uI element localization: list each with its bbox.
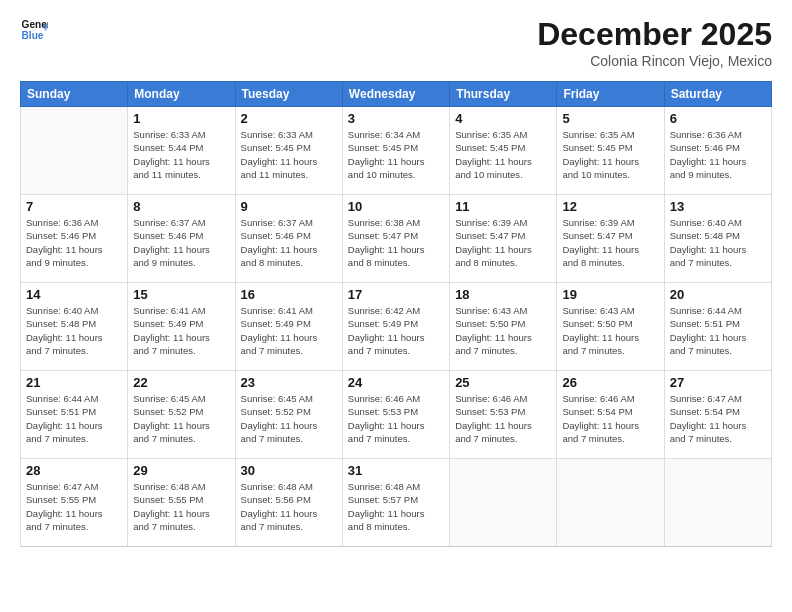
- table-row: [557, 459, 664, 547]
- day-info: Sunrise: 6:42 AM Sunset: 5:49 PM Dayligh…: [348, 304, 444, 357]
- day-info: Sunrise: 6:37 AM Sunset: 5:46 PM Dayligh…: [133, 216, 229, 269]
- table-row: 22Sunrise: 6:45 AM Sunset: 5:52 PM Dayli…: [128, 371, 235, 459]
- day-number: 22: [133, 375, 229, 390]
- table-row: 1Sunrise: 6:33 AM Sunset: 5:44 PM Daylig…: [128, 107, 235, 195]
- table-row: [21, 107, 128, 195]
- day-number: 23: [241, 375, 337, 390]
- day-info: Sunrise: 6:45 AM Sunset: 5:52 PM Dayligh…: [133, 392, 229, 445]
- col-sunday: Sunday: [21, 82, 128, 107]
- col-tuesday: Tuesday: [235, 82, 342, 107]
- day-info: Sunrise: 6:33 AM Sunset: 5:45 PM Dayligh…: [241, 128, 337, 181]
- day-number: 31: [348, 463, 444, 478]
- day-number: 4: [455, 111, 551, 126]
- day-info: Sunrise: 6:39 AM Sunset: 5:47 PM Dayligh…: [455, 216, 551, 269]
- day-info: Sunrise: 6:46 AM Sunset: 5:53 PM Dayligh…: [348, 392, 444, 445]
- day-number: 24: [348, 375, 444, 390]
- table-row: 17Sunrise: 6:42 AM Sunset: 5:49 PM Dayli…: [342, 283, 449, 371]
- table-row: [450, 459, 557, 547]
- table-row: 6Sunrise: 6:36 AM Sunset: 5:46 PM Daylig…: [664, 107, 771, 195]
- table-row: 10Sunrise: 6:38 AM Sunset: 5:47 PM Dayli…: [342, 195, 449, 283]
- day-number: 21: [26, 375, 122, 390]
- table-row: 26Sunrise: 6:46 AM Sunset: 5:54 PM Dayli…: [557, 371, 664, 459]
- day-number: 29: [133, 463, 229, 478]
- day-number: 20: [670, 287, 766, 302]
- table-row: 14Sunrise: 6:40 AM Sunset: 5:48 PM Dayli…: [21, 283, 128, 371]
- day-number: 8: [133, 199, 229, 214]
- day-number: 2: [241, 111, 337, 126]
- table-row: 27Sunrise: 6:47 AM Sunset: 5:54 PM Dayli…: [664, 371, 771, 459]
- day-info: Sunrise: 6:44 AM Sunset: 5:51 PM Dayligh…: [670, 304, 766, 357]
- table-row: 18Sunrise: 6:43 AM Sunset: 5:50 PM Dayli…: [450, 283, 557, 371]
- table-row: 21Sunrise: 6:44 AM Sunset: 5:51 PM Dayli…: [21, 371, 128, 459]
- day-info: Sunrise: 6:34 AM Sunset: 5:45 PM Dayligh…: [348, 128, 444, 181]
- day-info: Sunrise: 6:38 AM Sunset: 5:47 PM Dayligh…: [348, 216, 444, 269]
- table-row: 4Sunrise: 6:35 AM Sunset: 5:45 PM Daylig…: [450, 107, 557, 195]
- table-row: 23Sunrise: 6:45 AM Sunset: 5:52 PM Dayli…: [235, 371, 342, 459]
- day-info: Sunrise: 6:48 AM Sunset: 5:55 PM Dayligh…: [133, 480, 229, 533]
- table-row: 11Sunrise: 6:39 AM Sunset: 5:47 PM Dayli…: [450, 195, 557, 283]
- table-row: 30Sunrise: 6:48 AM Sunset: 5:56 PM Dayli…: [235, 459, 342, 547]
- col-saturday: Saturday: [664, 82, 771, 107]
- day-number: 19: [562, 287, 658, 302]
- calendar: Sunday Monday Tuesday Wednesday Thursday…: [20, 81, 772, 547]
- day-number: 9: [241, 199, 337, 214]
- day-info: Sunrise: 6:43 AM Sunset: 5:50 PM Dayligh…: [562, 304, 658, 357]
- svg-text:Blue: Blue: [22, 30, 44, 41]
- table-row: 24Sunrise: 6:46 AM Sunset: 5:53 PM Dayli…: [342, 371, 449, 459]
- location: Colonia Rincon Viejo, Mexico: [537, 53, 772, 69]
- day-number: 26: [562, 375, 658, 390]
- day-info: Sunrise: 6:41 AM Sunset: 5:49 PM Dayligh…: [241, 304, 337, 357]
- table-row: 3Sunrise: 6:34 AM Sunset: 5:45 PM Daylig…: [342, 107, 449, 195]
- day-info: Sunrise: 6:41 AM Sunset: 5:49 PM Dayligh…: [133, 304, 229, 357]
- day-info: Sunrise: 6:46 AM Sunset: 5:54 PM Dayligh…: [562, 392, 658, 445]
- day-info: Sunrise: 6:36 AM Sunset: 5:46 PM Dayligh…: [670, 128, 766, 181]
- table-row: 7Sunrise: 6:36 AM Sunset: 5:46 PM Daylig…: [21, 195, 128, 283]
- month-title: December 2025: [537, 16, 772, 53]
- day-number: 28: [26, 463, 122, 478]
- table-row: 9Sunrise: 6:37 AM Sunset: 5:46 PM Daylig…: [235, 195, 342, 283]
- day-number: 13: [670, 199, 766, 214]
- day-info: Sunrise: 6:43 AM Sunset: 5:50 PM Dayligh…: [455, 304, 551, 357]
- day-number: 25: [455, 375, 551, 390]
- day-info: Sunrise: 6:37 AM Sunset: 5:46 PM Dayligh…: [241, 216, 337, 269]
- day-info: Sunrise: 6:44 AM Sunset: 5:51 PM Dayligh…: [26, 392, 122, 445]
- day-number: 17: [348, 287, 444, 302]
- day-info: Sunrise: 6:45 AM Sunset: 5:52 PM Dayligh…: [241, 392, 337, 445]
- col-monday: Monday: [128, 82, 235, 107]
- col-wednesday: Wednesday: [342, 82, 449, 107]
- day-number: 11: [455, 199, 551, 214]
- day-info: Sunrise: 6:48 AM Sunset: 5:56 PM Dayligh…: [241, 480, 337, 533]
- header-row: Sunday Monday Tuesday Wednesday Thursday…: [21, 82, 772, 107]
- page: General Blue December 2025 Colonia Rinco…: [0, 0, 792, 612]
- table-row: 25Sunrise: 6:46 AM Sunset: 5:53 PM Dayli…: [450, 371, 557, 459]
- day-info: Sunrise: 6:48 AM Sunset: 5:57 PM Dayligh…: [348, 480, 444, 533]
- day-number: 12: [562, 199, 658, 214]
- day-number: 5: [562, 111, 658, 126]
- table-row: 20Sunrise: 6:44 AM Sunset: 5:51 PM Dayli…: [664, 283, 771, 371]
- day-number: 3: [348, 111, 444, 126]
- table-row: [664, 459, 771, 547]
- day-number: 18: [455, 287, 551, 302]
- col-friday: Friday: [557, 82, 664, 107]
- table-row: 12Sunrise: 6:39 AM Sunset: 5:47 PM Dayli…: [557, 195, 664, 283]
- day-number: 1: [133, 111, 229, 126]
- table-row: 13Sunrise: 6:40 AM Sunset: 5:48 PM Dayli…: [664, 195, 771, 283]
- day-number: 10: [348, 199, 444, 214]
- table-row: 2Sunrise: 6:33 AM Sunset: 5:45 PM Daylig…: [235, 107, 342, 195]
- table-row: 16Sunrise: 6:41 AM Sunset: 5:49 PM Dayli…: [235, 283, 342, 371]
- day-number: 15: [133, 287, 229, 302]
- title-block: December 2025 Colonia Rincon Viejo, Mexi…: [537, 16, 772, 69]
- header: General Blue December 2025 Colonia Rinco…: [20, 16, 772, 69]
- day-number: 14: [26, 287, 122, 302]
- day-info: Sunrise: 6:40 AM Sunset: 5:48 PM Dayligh…: [670, 216, 766, 269]
- table-row: 15Sunrise: 6:41 AM Sunset: 5:49 PM Dayli…: [128, 283, 235, 371]
- day-info: Sunrise: 6:46 AM Sunset: 5:53 PM Dayligh…: [455, 392, 551, 445]
- day-number: 27: [670, 375, 766, 390]
- table-row: 19Sunrise: 6:43 AM Sunset: 5:50 PM Dayli…: [557, 283, 664, 371]
- table-row: 28Sunrise: 6:47 AM Sunset: 5:55 PM Dayli…: [21, 459, 128, 547]
- day-info: Sunrise: 6:39 AM Sunset: 5:47 PM Dayligh…: [562, 216, 658, 269]
- day-number: 6: [670, 111, 766, 126]
- logo-icon: General Blue: [20, 16, 48, 44]
- day-info: Sunrise: 6:35 AM Sunset: 5:45 PM Dayligh…: [455, 128, 551, 181]
- day-number: 7: [26, 199, 122, 214]
